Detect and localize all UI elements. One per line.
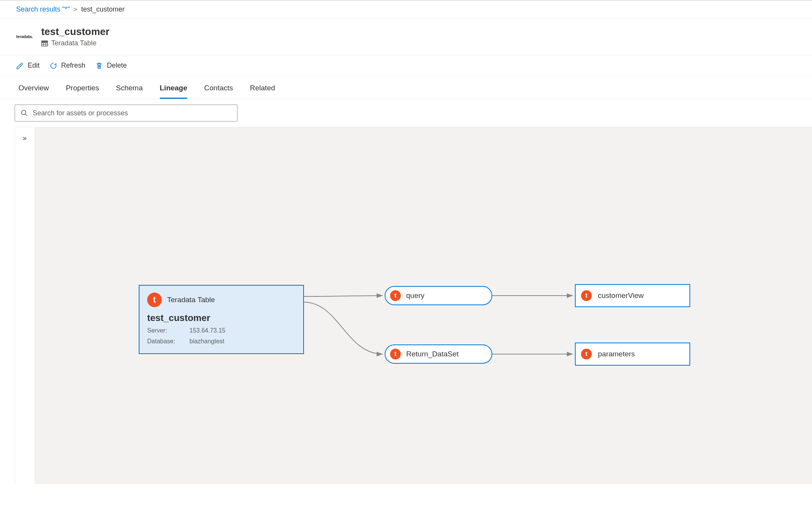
page-subtitle: Teradata Table <box>51 39 96 47</box>
tab-properties[interactable]: Properties <box>66 84 99 99</box>
server-label: Server: <box>147 327 182 334</box>
teradata-circle-icon: t <box>581 290 592 301</box>
source-type-label: Teradata Table <box>167 296 215 304</box>
tab-related[interactable]: Related <box>250 84 275 99</box>
table-icon <box>41 40 48 47</box>
teradata-circle-icon: t <box>581 349 592 359</box>
tab-schema[interactable]: Schema <box>116 84 143 99</box>
search-box[interactable] <box>15 105 237 121</box>
edit-button[interactable]: Edit <box>16 62 40 70</box>
delete-label: Delete <box>107 62 127 70</box>
server-value: 153.64.73.15 <box>189 327 225 334</box>
lineage-output-customerview[interactable]: t customerView <box>575 284 690 307</box>
chevron-right-double-icon: » <box>23 134 27 484</box>
process-label: query <box>406 291 425 300</box>
refresh-button[interactable]: Refresh <box>50 62 85 70</box>
database-value: biazhangtest <box>189 338 224 345</box>
delete-button[interactable]: Delete <box>95 62 127 70</box>
teradata-logo: teradata. <box>16 34 33 39</box>
breadcrumb: Search results "*" > test_customer <box>0 0 812 19</box>
search-icon <box>20 109 28 117</box>
svg-rect-5 <box>42 41 48 43</box>
tab-contacts[interactable]: Contacts <box>204 84 233 99</box>
database-label: Database: <box>147 338 182 345</box>
search-input[interactable] <box>33 109 232 117</box>
lineage-area: » t Teradata Table test_customer <box>15 127 812 484</box>
lineage-node-source[interactable]: t Teradata Table test_customer Server: 1… <box>139 285 304 354</box>
search-row <box>0 99 812 127</box>
lineage-output-parameters[interactable]: t parameters <box>575 343 690 366</box>
process-label: Return_DataSet <box>406 350 458 358</box>
tab-overview[interactable]: Overview <box>18 84 49 99</box>
page-header: teradata. test_customer Teradata Table <box>0 19 812 55</box>
teradata-circle-icon: t <box>390 349 401 359</box>
teradata-circle-icon: t <box>390 290 401 301</box>
edit-label: Edit <box>28 62 40 70</box>
trash-icon <box>95 62 103 70</box>
teradata-circle-icon: t <box>147 293 162 307</box>
lineage-process-query[interactable]: t query <box>385 286 492 305</box>
output-label: customerView <box>598 291 644 300</box>
lineage-process-return-dataset[interactable]: t Return_DataSet <box>385 344 492 364</box>
refresh-icon <box>50 62 57 70</box>
breadcrumb-current: test_customer <box>81 5 125 13</box>
pencil-icon <box>16 62 24 70</box>
tabs: Overview Properties Schema Lineage Conta… <box>0 76 812 99</box>
toolbar: Edit Refresh Delete <box>0 55 812 76</box>
page-title: test_customer <box>41 26 110 38</box>
breadcrumb-search-results-link[interactable]: Search results "*" <box>16 5 70 13</box>
refresh-label: Refresh <box>61 62 85 70</box>
svg-point-6 <box>22 110 26 115</box>
breadcrumb-separator: > <box>74 6 77 13</box>
output-label: parameters <box>598 350 635 358</box>
source-name: test_customer <box>147 313 296 323</box>
tab-lineage[interactable]: Lineage <box>160 84 188 99</box>
svg-line-7 <box>25 114 27 116</box>
side-panel-expand[interactable]: » <box>15 127 35 484</box>
lineage-canvas[interactable]: t Teradata Table test_customer Server: 1… <box>35 127 812 484</box>
